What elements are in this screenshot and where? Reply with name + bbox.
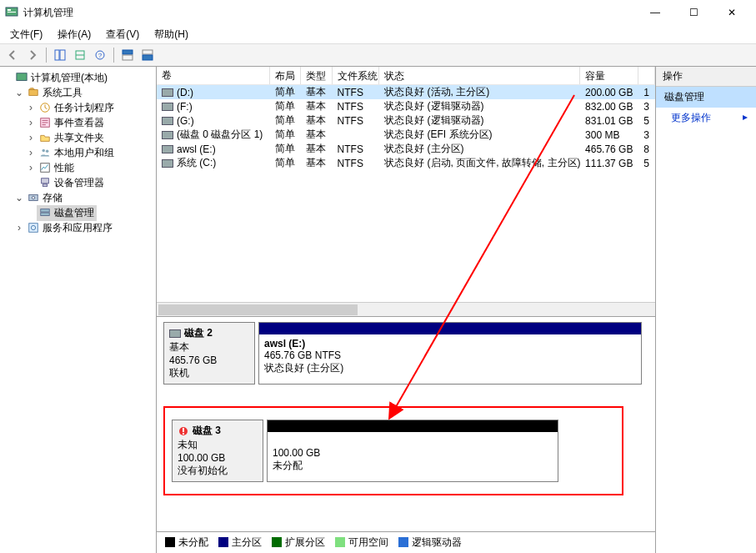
maximize-button[interactable]: ☐ bbox=[674, 0, 713, 25]
volume-icon bbox=[162, 159, 173, 168]
svg-rect-17 bbox=[41, 163, 50, 173]
unallocated-stripe bbox=[268, 420, 558, 432]
volume-header[interactable]: 卷 布局 类型 文件系统 状态 容量 bbox=[157, 67, 655, 85]
toolbar: ? bbox=[0, 43, 756, 67]
tree-performance[interactable]: ›性能 bbox=[2, 160, 154, 175]
sw-primary bbox=[218, 537, 228, 547]
tree-root[interactable]: 计算机管理(本地) bbox=[2, 70, 154, 85]
disk3-info[interactable]: 磁盘 3 未知 100.00 GB 没有初始化 bbox=[172, 420, 263, 482]
app-icon bbox=[5, 6, 18, 19]
tree-storage[interactable]: ⌄存储 bbox=[2, 190, 154, 205]
col-last[interactable] bbox=[638, 67, 655, 84]
volume-icon bbox=[162, 117, 173, 125]
sw-unalloc bbox=[165, 537, 175, 547]
annotation-red-box: 磁盘 3 未知 100.00 GB 没有初始化 100.00 GB 未分 bbox=[163, 406, 623, 495]
svg-point-21 bbox=[32, 196, 35, 199]
actions-header: 操作 bbox=[656, 67, 756, 87]
volume-row[interactable]: (F:)简单基本NTFS状态良好 (逻辑驱动器)832.00 GB3 bbox=[157, 99, 655, 113]
svg-rect-18 bbox=[42, 178, 49, 183]
svg-point-15 bbox=[43, 149, 46, 153]
primary-stripe bbox=[259, 323, 641, 334]
close-button[interactable]: ✕ bbox=[713, 0, 751, 25]
disk-row-2[interactable]: 磁盘 2 基本 465.76 GB 联机 awsl (E:) 465.76 GB… bbox=[163, 322, 648, 385]
svg-rect-4 bbox=[60, 50, 65, 60]
svg-rect-23 bbox=[41, 213, 50, 216]
tree-device-manager[interactable]: 设备管理器 bbox=[2, 175, 154, 190]
view-top-button[interactable] bbox=[118, 46, 137, 64]
svg-rect-24 bbox=[29, 224, 38, 233]
menu-action[interactable]: 操作(A) bbox=[51, 26, 98, 43]
col-capacity[interactable]: 容量 bbox=[580, 67, 638, 84]
disk-graphical-area[interactable]: 磁盘 2 基本 465.76 GB 联机 awsl (E:) 465.76 GB… bbox=[157, 317, 655, 553]
nav-tree[interactable]: 计算机管理(本地) ⌄ 系统工具 ›任务计划程序 ›事件查看器 ›共享文件夹 ›… bbox=[0, 67, 157, 553]
volume-icon bbox=[162, 131, 173, 139]
volume-hscroll[interactable] bbox=[157, 302, 655, 316]
svg-rect-1 bbox=[8, 9, 11, 11]
actions-more[interactable]: 更多操作 ▸ bbox=[656, 108, 756, 128]
disk-row-3[interactable]: 磁盘 3 未知 100.00 GB 没有初始化 100.00 GB 未分 bbox=[172, 420, 598, 482]
svg-rect-3 bbox=[55, 50, 59, 60]
svg-rect-8 bbox=[123, 50, 133, 54]
volume-row[interactable]: (磁盘 0 磁盘分区 1)简单基本状态良好 (EFI 系统分区)300 MB3 bbox=[157, 128, 655, 142]
volume-icon bbox=[162, 145, 173, 153]
tree-services-apps[interactable]: ›服务和应用程序 bbox=[2, 220, 154, 235]
svg-rect-11 bbox=[143, 55, 153, 60]
volume-icon bbox=[162, 88, 173, 97]
volume-icon bbox=[162, 103, 173, 111]
svg-rect-10 bbox=[143, 50, 153, 54]
svg-rect-27 bbox=[183, 428, 184, 432]
view-bottom-button[interactable] bbox=[138, 46, 157, 64]
help-button[interactable]: ? bbox=[91, 46, 109, 64]
svg-text:?: ? bbox=[98, 52, 103, 59]
actions-category[interactable]: 磁盘管理 bbox=[656, 87, 756, 108]
tree-local-users[interactable]: ›本地用户和组 bbox=[2, 145, 154, 160]
tree-system-tools[interactable]: ⌄ 系统工具 bbox=[2, 85, 154, 100]
volume-row[interactable]: 系统 (C:)简单基本NTFS状态良好 (启动, 页面文件, 故障转储, 主分区… bbox=[157, 156, 655, 170]
menu-view[interactable]: 查看(V) bbox=[99, 26, 146, 43]
col-filesystem[interactable]: 文件系统 bbox=[333, 67, 380, 84]
volume-row[interactable]: (G:)简单基本NTFS状态良好 (逻辑驱动器)831.01 GB5 bbox=[157, 113, 655, 128]
warning-icon bbox=[178, 425, 189, 437]
svg-rect-19 bbox=[43, 184, 47, 187]
titlebar: 计算机管理 — ☐ ✕ bbox=[0, 0, 756, 25]
menu-file[interactable]: 文件(F) bbox=[3, 26, 49, 43]
disk3-unallocated[interactable]: 100.00 GB 未分配 bbox=[267, 420, 558, 482]
tree-shared-folders[interactable]: ›共享文件夹 bbox=[2, 130, 154, 145]
menubar: 文件(F) 操作(A) 查看(V) 帮助(H) bbox=[0, 25, 756, 43]
minimize-button[interactable]: — bbox=[636, 0, 674, 25]
svg-point-16 bbox=[46, 150, 49, 153]
disk2-info[interactable]: 磁盘 2 基本 465.76 GB 联机 bbox=[163, 322, 255, 385]
col-volume[interactable]: 卷 bbox=[157, 67, 270, 84]
window-title: 计算机管理 bbox=[23, 6, 73, 20]
col-status[interactable]: 状态 bbox=[379, 67, 580, 84]
center-panel: 卷 布局 类型 文件系统 状态 容量 (D:)简单基本NTFS状态良好 (活动,… bbox=[157, 67, 656, 553]
col-type[interactable]: 类型 bbox=[301, 67, 332, 84]
back-button[interactable] bbox=[3, 46, 22, 64]
volume-row[interactable]: (D:)简单基本NTFS状态良好 (活动, 主分区)200.00 GB1 bbox=[157, 85, 655, 99]
forward-button[interactable] bbox=[23, 46, 42, 64]
col-layout[interactable]: 布局 bbox=[270, 67, 301, 84]
tree-event-viewer[interactable]: ›事件查看器 bbox=[2, 115, 154, 130]
svg-rect-12 bbox=[17, 73, 27, 81]
svg-rect-2 bbox=[8, 12, 16, 13]
sw-free bbox=[335, 537, 345, 547]
svg-rect-22 bbox=[41, 209, 50, 213]
sw-logical bbox=[398, 537, 408, 547]
volume-row[interactable]: awsl (E:)简单基本NTFS状态良好 (主分区)465.76 GB8 bbox=[157, 142, 655, 156]
tree-task-scheduler[interactable]: ›任务计划程序 bbox=[2, 100, 154, 115]
refresh-button[interactable] bbox=[71, 46, 89, 64]
svg-rect-28 bbox=[183, 433, 184, 435]
actions-panel: 操作 磁盘管理 更多操作 ▸ bbox=[656, 67, 756, 553]
details-view-button[interactable] bbox=[51, 46, 69, 64]
legend: 未分配 主分区 扩展分区 可用空间 逻辑驱动器 bbox=[157, 531, 655, 553]
tree-disk-management[interactable]: 磁盘管理 bbox=[2, 205, 154, 220]
menu-help[interactable]: 帮助(H) bbox=[148, 26, 195, 43]
disk2-partition-e[interactable]: awsl (E:) 465.76 GB NTFS 状态良好 (主分区) bbox=[258, 322, 642, 385]
sw-extended bbox=[272, 537, 282, 547]
disk-icon bbox=[169, 329, 181, 338]
svg-rect-9 bbox=[123, 55, 133, 60]
volume-list[interactable]: 卷 布局 类型 文件系统 状态 容量 (D:)简单基本NTFS状态良好 (活动,… bbox=[157, 67, 655, 317]
